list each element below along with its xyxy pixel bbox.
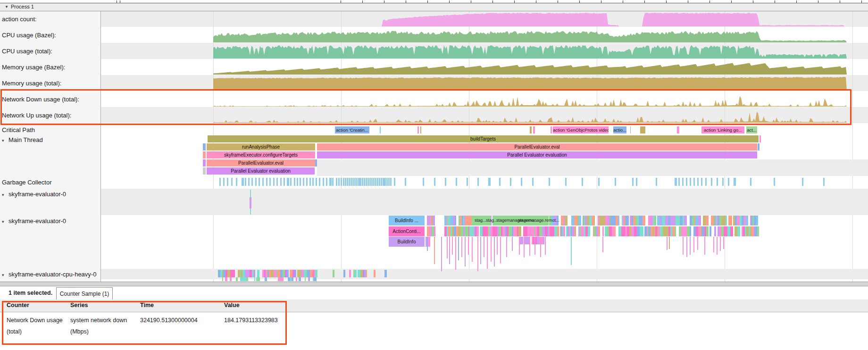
main-thread-slice[interactable]: buildTargets — [208, 135, 759, 142]
gc-tick[interactable] — [705, 178, 707, 186]
gc-tick[interactable] — [341, 178, 342, 186]
skyframe-dense[interactable] — [706, 226, 709, 236]
cpu-heavy-sub[interactable] — [292, 277, 293, 281]
critical-path-sliver[interactable] — [420, 126, 421, 133]
critical-path-sliver[interactable] — [380, 126, 381, 133]
main-thread-sliver[interactable] — [315, 159, 317, 167]
gc-tick[interactable] — [565, 178, 567, 186]
gc-tick[interactable] — [284, 178, 285, 186]
gc-tick[interactable] — [369, 178, 371, 186]
panel-resize-divider[interactable] — [0, 282, 868, 286]
gc-tick[interactable] — [802, 178, 803, 186]
main-thread-slice[interactable]: ParallelEvaluator.eval — [207, 159, 315, 167]
cpu-heavy-dense[interactable] — [287, 270, 289, 277]
gc-tick[interactable] — [231, 178, 233, 186]
counter-chart-memory-usage-bazel-[interactable] — [213, 60, 848, 75]
process-header[interactable]: ▼Process 1 — [0, 3, 868, 11]
main-thread-sliver[interactable] — [758, 143, 760, 150]
critical-path-sliver[interactable] — [533, 126, 535, 133]
critical-path-slice[interactable]: action 'GenObjcProtos video/... — [553, 126, 609, 133]
gc-tick[interactable] — [734, 178, 736, 186]
gc-tick[interactable] — [386, 178, 388, 186]
gc-tick[interactable] — [345, 178, 346, 186]
skyframe-dense[interactable] — [614, 226, 616, 236]
gc-tick[interactable] — [354, 178, 356, 186]
gc-tick[interactable] — [219, 178, 221, 186]
gc-tick[interactable] — [750, 178, 751, 186]
gc-tick[interactable] — [693, 178, 695, 186]
tab-counter-sample[interactable]: Counter Sample (1) — [56, 287, 113, 300]
collapse-arrow-icon[interactable]: ▾ — [2, 138, 8, 143]
gc-tick[interactable] — [615, 178, 616, 186]
cpu-heavy-dense[interactable] — [295, 270, 296, 277]
main-thread-slice[interactable]: runAnalysisPhase — [207, 143, 315, 150]
gc-tick[interactable] — [338, 178, 340, 186]
gc-tick[interactable] — [306, 178, 308, 186]
cpu-heavy-sub[interactable] — [254, 277, 255, 281]
cpu-heavy-sub[interactable] — [309, 277, 310, 281]
gc-tick[interactable] — [367, 178, 369, 186]
gc-tick[interactable] — [467, 178, 468, 186]
gc-tick[interactable] — [245, 178, 246, 186]
cpu-heavy-sub[interactable] — [299, 277, 301, 281]
gc-tick[interactable] — [477, 178, 479, 186]
gc-tick[interactable] — [549, 178, 550, 186]
gc-tick[interactable] — [336, 178, 337, 186]
counter-chart-action-count[interactable] — [213, 12, 848, 26]
gc-tick[interactable] — [297, 178, 298, 186]
collapse-arrow-icon[interactable]: ▾ — [2, 273, 8, 277]
table-header-counter[interactable]: Counter — [7, 302, 29, 308]
gc-tick[interactable] — [381, 178, 382, 186]
thread-label-5[interactable]: ▾skyframe-evaluator-cpu-heavy-0 — [2, 271, 96, 278]
skyframe-dense[interactable] — [730, 226, 733, 236]
gc-tick[interactable] — [388, 178, 390, 186]
skyframe1-tick[interactable] — [250, 197, 251, 208]
gc-tick[interactable] — [316, 178, 317, 186]
skyframe-dense[interactable] — [557, 226, 559, 236]
gc-tick[interactable] — [223, 178, 225, 186]
critical-path-sliver[interactable] — [530, 126, 532, 133]
skyframe-dense[interactable] — [521, 237, 523, 244]
collapse-arrow-icon[interactable]: ▾ — [2, 219, 8, 224]
skyframe-dense[interactable] — [618, 216, 619, 225]
skyframe-dense[interactable] — [594, 216, 595, 225]
gc-tick[interactable] — [823, 178, 825, 186]
skyframe-slice-label[interactable]: BuildInfo — [389, 237, 425, 247]
main-thread-sliver[interactable] — [203, 159, 206, 167]
gc-tick[interactable] — [532, 178, 534, 186]
gc-tick[interactable] — [598, 178, 600, 186]
critical-path-slice[interactable]: actio... — [613, 126, 626, 133]
gc-tick[interactable] — [390, 178, 392, 186]
critical-path-slice[interactable]: act... — [746, 126, 757, 133]
thread-label-4[interactable]: ▾skyframe-evaluator-0 — [2, 217, 66, 225]
critical-path-sliver[interactable] — [677, 126, 679, 133]
skyframe-dense[interactable] — [476, 226, 479, 236]
skyframe-dense[interactable] — [684, 216, 687, 225]
gc-tick[interactable] — [351, 178, 352, 186]
critical-path-sliver[interactable] — [640, 126, 645, 133]
cpu-heavy-dense[interactable] — [257, 270, 259, 277]
gc-tick[interactable] — [276, 178, 278, 186]
critical-path-sliver[interactable] — [417, 126, 419, 133]
collapse-arrow-icon[interactable]: ▾ — [2, 192, 8, 197]
table-header-value[interactable]: Value — [224, 302, 240, 308]
gc-tick[interactable] — [722, 178, 724, 186]
cpu-heavy-sub[interactable] — [305, 277, 306, 281]
gc-tick[interactable] — [371, 178, 373, 186]
skyframe-dense[interactable] — [455, 216, 456, 225]
gc-tick[interactable] — [255, 178, 257, 186]
main-thread-slice[interactable]: ParallelEvaluator.eval — [317, 143, 757, 150]
gc-tick[interactable] — [445, 178, 446, 186]
gc-tick[interactable] — [697, 178, 699, 186]
gc-tick[interactable] — [326, 178, 327, 186]
critical-path-sliver[interactable] — [630, 126, 631, 133]
counter-chart-network-up-usage-total-[interactable] — [213, 108, 848, 123]
gc-tick[interactable] — [312, 178, 314, 186]
table-header-time[interactable]: Time — [140, 302, 154, 308]
gc-tick[interactable] — [366, 178, 367, 186]
gc-tick[interactable] — [248, 178, 250, 186]
gc-tick[interactable] — [227, 178, 228, 186]
skyframe-dense[interactable] — [588, 226, 590, 236]
gc-tick[interactable] — [356, 178, 358, 186]
cpu-heavy-sub[interactable] — [236, 277, 238, 281]
